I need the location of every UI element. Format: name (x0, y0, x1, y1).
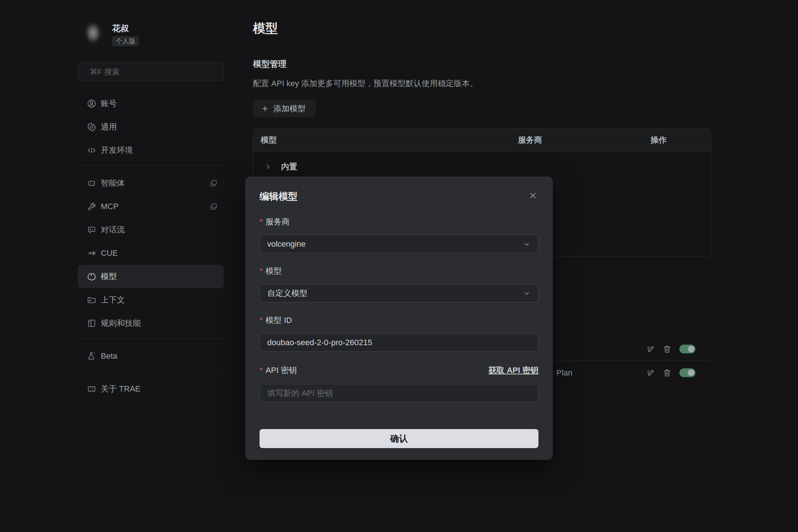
add-model-button[interactable]: 添加模型 (253, 100, 316, 117)
robot-icon (87, 178, 96, 188)
sidebar-item-context[interactable]: 上下文 (78, 288, 224, 312)
model-name-fragment: Plan (556, 368, 572, 378)
sidebar-item-label: 上下文 (101, 294, 125, 305)
sidebar-item-label: 模型 (101, 271, 117, 282)
edit-model-button[interactable] (646, 368, 656, 378)
section-description: 配置 API key 添加更多可用模型，预置模型默认使用稳定版本。 (253, 78, 478, 89)
sidebar-item-label: 规则和技能 (101, 318, 141, 329)
api-key-label-row: * API 密钥 获取 API 密钥 (260, 365, 538, 376)
divider (78, 338, 224, 339)
close-icon (529, 191, 537, 200)
trash-icon (662, 368, 672, 378)
edit-model-button[interactable] (646, 344, 656, 354)
model-id-label-text: 模型 ID (266, 316, 292, 325)
get-api-key-link[interactable]: 获取 API 密钥 (488, 365, 538, 376)
user-icon (87, 99, 96, 108)
sidebar-item-beta[interactable]: Beta (78, 344, 224, 368)
cue-icon (87, 248, 96, 258)
sidebar-item-about-trae[interactable]: 关于 TRAE (78, 377, 224, 401)
user-name: 花叔 (112, 23, 139, 34)
user-profile[interactable]: 花叔 个人版 (80, 22, 139, 47)
model-label-text: 模型 (266, 266, 282, 276)
sidebar-item-label: 账号 (101, 98, 117, 109)
required-marker: * (260, 366, 263, 375)
divider (78, 371, 224, 371)
edit-icon (646, 344, 656, 354)
model-select[interactable]: 自定义模型 (260, 284, 538, 302)
open-external-icon[interactable] (209, 202, 218, 211)
search-input[interactable]: ⌘F 搜索 (78, 62, 224, 81)
sidebar-item-chatflow[interactable]: 对话流 (78, 218, 224, 242)
edit-model-dialog: 编辑模型 * 服务商 volcengine * 模型 自定义模型 * 模型 ID… (245, 177, 553, 460)
avatar (80, 22, 105, 47)
sidebar-item-general[interactable]: 通用 (78, 115, 224, 139)
model-label: * 模型 (260, 266, 538, 276)
required-marker: * (260, 266, 263, 276)
sidebar-nav: 账号 通用 开发环境 智能体 MCP (78, 92, 224, 401)
column-header-model: 模型 (261, 128, 277, 151)
sidebar-item-models[interactable]: 模型 (78, 265, 224, 288)
chevron-down-icon (523, 240, 531, 248)
sidebar-item-mcp[interactable]: MCP (78, 195, 224, 218)
sidebar-item-label: Beta (101, 351, 117, 361)
model-id-label: * 模型 ID (260, 316, 538, 325)
section-title: 模型管理 (253, 58, 287, 70)
model-icon (87, 272, 96, 281)
sidebar-item-rules-skills[interactable]: 规则和技能 (78, 312, 224, 335)
toggle-knob (688, 346, 694, 352)
profile-meta: 花叔 个人版 (112, 22, 139, 46)
chevron-down-icon (523, 289, 531, 297)
confirm-button[interactable]: 确认 (260, 429, 538, 448)
row-actions (646, 368, 695, 378)
sidebar-item-account[interactable]: 账号 (78, 92, 224, 115)
add-model-label: 添加模型 (273, 103, 306, 114)
api-key-label: * API 密钥 (260, 366, 297, 375)
provider-label-text: 服务商 (266, 217, 290, 227)
gear-icon (87, 122, 96, 132)
divider (260, 418, 538, 418)
sidebar-item-cue[interactable]: CUE (78, 242, 224, 265)
provider-select[interactable]: volcengine (260, 235, 538, 253)
sidebar-item-dev-environment[interactable]: 开发环境 (78, 139, 224, 162)
api-key-label-text: API 密钥 (266, 366, 297, 375)
row-actions (646, 344, 695, 354)
divider (78, 165, 224, 166)
dialog-title: 编辑模型 (260, 190, 538, 203)
sidebar-item-label: CUE (101, 248, 118, 258)
sidebar-item-label: 通用 (101, 122, 117, 132)
api-key-input[interactable] (260, 384, 538, 402)
group-label: 内置 (281, 161, 297, 172)
rules-icon (87, 319, 96, 328)
model-select-value: 自定义模型 (267, 288, 307, 299)
open-external-icon[interactable] (209, 179, 218, 188)
close-button[interactable] (527, 190, 538, 201)
search-placeholder: ⌘F 搜索 (90, 67, 120, 77)
provider-label: * 服务商 (260, 217, 538, 227)
required-marker: * (260, 217, 263, 227)
model-id-input[interactable] (260, 333, 538, 352)
code-icon (87, 146, 96, 155)
chat-terminal-icon (87, 225, 96, 235)
required-marker: * (260, 316, 263, 325)
table-header: 模型 服务商 操作 (253, 128, 711, 151)
plan-badge: 个人版 (112, 36, 139, 46)
chevron-right-icon (264, 163, 272, 170)
provider-select-value: volcengine (267, 239, 306, 249)
trash-icon (662, 344, 672, 354)
model-enabled-toggle[interactable] (679, 369, 695, 377)
sidebar-item-label: 开发环境 (101, 145, 133, 156)
page-title: 模型 (253, 20, 278, 37)
flask-icon (87, 351, 96, 361)
plus-icon (261, 105, 269, 113)
sidebar-item-label: MCP (101, 202, 119, 211)
delete-model-button[interactable] (662, 344, 672, 354)
folder-icon (87, 295, 96, 305)
toggle-knob (688, 370, 694, 376)
trae-logo-icon (87, 384, 96, 394)
sidebar-item-label: 关于 TRAE (101, 383, 141, 394)
model-enabled-toggle[interactable] (679, 345, 695, 354)
trae-settings-window: 花叔 个人版 ⌘F 搜索 账号 通用 开发环境 智能体 (0, 0, 798, 532)
delete-model-button[interactable] (662, 368, 672, 378)
sidebar-item-agents[interactable]: 智能体 (78, 171, 224, 195)
column-header-provider: 服务商 (518, 128, 542, 151)
